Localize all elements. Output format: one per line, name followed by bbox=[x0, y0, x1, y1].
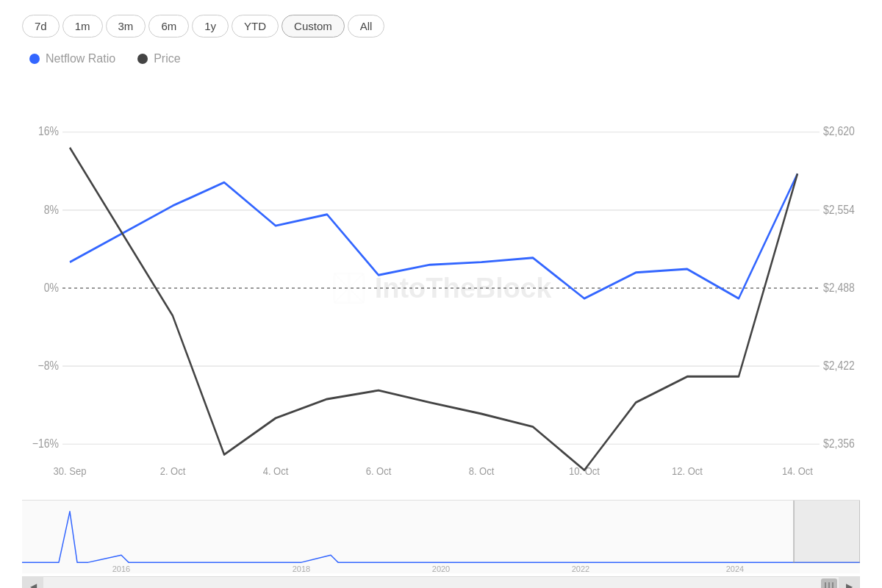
svg-text:12. Oct: 12. Oct bbox=[672, 464, 703, 476]
time-btn-custom[interactable]: Custom bbox=[282, 15, 345, 37]
time-btn-1y[interactable]: 1y bbox=[192, 15, 229, 37]
mini-chart-svg: 2016 2018 2020 2022 2024 bbox=[22, 501, 860, 573]
svg-text:30. Sep: 30. Sep bbox=[54, 464, 87, 476]
main-chart-svg: 16% 8% 0% −8% −16% $2,620 $2,554 $2,488 … bbox=[22, 80, 860, 496]
thumb-lines bbox=[825, 582, 833, 588]
svg-text:−16%: −16% bbox=[32, 437, 60, 450]
svg-text:4. Oct: 4. Oct bbox=[263, 464, 289, 476]
svg-text:6. Oct: 6. Oct bbox=[366, 464, 392, 476]
time-btn-ytd[interactable]: YTD bbox=[232, 15, 279, 37]
svg-rect-34 bbox=[794, 501, 860, 563]
main-chart: IntoTheBlock 16% 8% 0% −8% −16% $2,620 $… bbox=[22, 80, 860, 496]
svg-text:2018: 2018 bbox=[293, 564, 310, 573]
time-btn-all[interactable]: All bbox=[348, 15, 385, 37]
scrollbar: ◀ ▶ bbox=[22, 576, 860, 588]
time-btn-7d[interactable]: 7d bbox=[22, 15, 60, 37]
svg-text:$2,620: $2,620 bbox=[823, 124, 855, 137]
svg-text:8%: 8% bbox=[44, 202, 60, 215]
netflow-dot bbox=[29, 54, 40, 64]
thumb-line-2 bbox=[828, 582, 830, 588]
svg-text:2020: 2020 bbox=[432, 564, 450, 573]
svg-text:0%: 0% bbox=[44, 281, 60, 294]
time-btn-1m[interactable]: 1m bbox=[62, 15, 103, 37]
svg-text:$2,488: $2,488 bbox=[823, 281, 855, 294]
svg-text:14. Oct: 14. Oct bbox=[782, 464, 813, 476]
time-btn-6m[interactable]: 6m bbox=[148, 15, 189, 37]
time-btn-3m[interactable]: 3m bbox=[106, 15, 146, 37]
svg-text:$2,554: $2,554 bbox=[823, 202, 855, 215]
main-container: 7d1m3m6m1yYTDCustomAll Netflow Ratio Pri… bbox=[0, 0, 882, 588]
svg-text:2024: 2024 bbox=[726, 564, 744, 573]
chart-area: IntoTheBlock 16% 8% 0% −8% −16% $2,620 $… bbox=[22, 80, 860, 573]
svg-text:2022: 2022 bbox=[572, 564, 589, 573]
svg-text:$2,356: $2,356 bbox=[823, 437, 855, 450]
svg-text:16%: 16% bbox=[38, 124, 59, 137]
price-dot bbox=[137, 54, 148, 64]
svg-text:−8%: −8% bbox=[38, 359, 60, 372]
scroll-right-btn[interactable]: ▶ bbox=[839, 576, 859, 588]
scrollbar-thumb[interactable] bbox=[821, 578, 837, 588]
thumb-line-3 bbox=[832, 582, 833, 588]
scroll-left-btn[interactable]: ◀ bbox=[23, 576, 43, 588]
mini-chart: 2016 2018 2020 2022 2024 ◀ bbox=[22, 500, 860, 573]
price-label: Price bbox=[154, 52, 180, 65]
svg-text:2. Oct: 2. Oct bbox=[160, 464, 186, 476]
legend: Netflow Ratio Price bbox=[22, 52, 860, 65]
thumb-line-1 bbox=[825, 582, 826, 588]
netflow-label: Netflow Ratio bbox=[46, 52, 115, 65]
svg-text:2016: 2016 bbox=[112, 564, 130, 573]
legend-price: Price bbox=[137, 52, 180, 65]
legend-netflow: Netflow Ratio bbox=[29, 52, 115, 65]
svg-text:8. Oct: 8. Oct bbox=[469, 464, 495, 476]
scrollbar-track bbox=[43, 577, 839, 588]
svg-text:$2,422: $2,422 bbox=[823, 359, 855, 372]
time-range-bar: 7d1m3m6m1yYTDCustomAll bbox=[22, 15, 860, 37]
